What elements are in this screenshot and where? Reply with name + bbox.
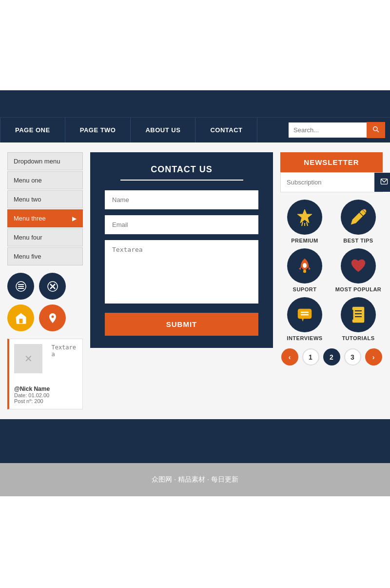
message-textarea[interactable] xyxy=(105,240,258,304)
nav-contact[interactable]: CONTACT xyxy=(195,118,257,142)
sidebar-item-menu-three[interactable]: Menu three ▶ xyxy=(7,209,83,227)
categories-grid: PREMIUM BEST TIPS xyxy=(280,200,383,341)
search-icon xyxy=(372,126,379,133)
navbar: PAGE ONE PAGE TWO ABOUT US CONTACT xyxy=(0,117,390,142)
svg-rect-21 xyxy=(303,270,306,273)
svg-marker-12 xyxy=(297,209,312,223)
newsletter-title: NEWSLETTER xyxy=(280,152,383,172)
sidebar-item-menu-one[interactable]: Menu one xyxy=(7,171,83,189)
contact-form: CONTACT US SUBMIT xyxy=(90,152,273,348)
avatar xyxy=(14,344,42,373)
sidebar-item-menu-two[interactable]: Menu two xyxy=(7,190,83,208)
right-panel: NEWSLETTER xyxy=(280,152,383,409)
subscription-input[interactable] xyxy=(281,174,374,191)
sidebar-item-menu-four[interactable]: Menu four xyxy=(7,228,83,246)
svg-line-13 xyxy=(302,222,303,226)
contact-form-title: CONTACT US xyxy=(105,164,258,175)
svg-rect-9 xyxy=(19,319,22,323)
page-2-button[interactable]: 2 xyxy=(323,348,340,365)
svg-point-10 xyxy=(51,315,54,318)
nav-page-one[interactable]: PAGE ONE xyxy=(0,118,65,142)
category-best-tips[interactable]: BEST TIPS xyxy=(334,200,383,243)
watermark-text: 众图网 · 精品素材 · 每日更新 xyxy=(152,475,238,483)
best-tips-icon-bg xyxy=(341,200,376,235)
arrow-icon: ▶ xyxy=(72,215,77,222)
most-popular-icon-bg xyxy=(341,248,376,284)
comment-date: Date: 01.02.00 xyxy=(14,392,78,398)
top-white-space xyxy=(0,0,390,90)
svg-line-15 xyxy=(307,222,308,226)
comment-post: Post nº: 200 xyxy=(14,398,78,404)
heart-icon xyxy=(349,256,368,276)
watermark-area: 众图网 · 精品素材 · 每日更新 xyxy=(0,463,390,496)
interviews-icon-bg xyxy=(287,297,322,332)
interviews-label: INTERVIEWS xyxy=(287,335,322,341)
comment-textarea[interactable] xyxy=(51,344,78,383)
comment-meta: @Nick Name Date: 01.02.00 Post nº: 200 xyxy=(14,385,78,404)
tutorials-label: TUTORIALS xyxy=(342,335,374,341)
search-button[interactable] xyxy=(367,122,385,138)
subscribe-button[interactable] xyxy=(374,173,390,192)
category-most-popular[interactable]: MOST POPULAR xyxy=(334,248,383,292)
home-icon-button[interactable] xyxy=(7,304,34,331)
sidebar-item-menu-five[interactable]: Menu five xyxy=(7,247,83,265)
form-divider xyxy=(120,180,243,181)
dark-banner xyxy=(0,90,390,117)
tutorials-icon-bg xyxy=(341,297,376,332)
svg-line-1 xyxy=(377,130,379,132)
menu-icon-button[interactable] xyxy=(7,273,34,300)
dropdown-menu-button[interactable]: Dropdown menu xyxy=(7,152,83,170)
page-3-button[interactable]: 3 xyxy=(344,348,361,365)
premium-label: PREMIUM xyxy=(291,238,318,243)
location-icon-button[interactable] xyxy=(39,304,66,331)
home-icon xyxy=(14,311,28,325)
rocket-icon xyxy=(295,256,314,276)
suport-icon-bg xyxy=(287,248,322,284)
chat-icon xyxy=(295,305,314,324)
category-tutorials[interactable]: TUTORIALS xyxy=(334,297,383,341)
nav-about-us[interactable]: ABOUT US xyxy=(131,118,195,142)
submit-button[interactable]: SUBMIT xyxy=(105,313,258,336)
pagination: ‹ 1 2 3 › xyxy=(280,348,383,365)
close-icon-button[interactable] xyxy=(39,273,66,300)
premium-icon-bg xyxy=(287,200,322,235)
next-page-button[interactable]: › xyxy=(365,348,382,365)
main-content: Dropdown menu Menu one Menu two Menu thr… xyxy=(0,142,390,419)
category-suport[interactable]: SUPORT xyxy=(280,248,329,292)
sidebar: Dropdown menu Menu one Menu two Menu thr… xyxy=(7,152,83,409)
bottom-footer xyxy=(0,419,390,463)
search-input[interactable] xyxy=(289,122,367,138)
svg-point-20 xyxy=(303,263,307,268)
svg-marker-25 xyxy=(302,319,304,322)
hamburger-icon xyxy=(15,281,27,292)
location-icon xyxy=(47,312,58,324)
notebook-icon xyxy=(349,305,368,324)
comment-box: @Nick Name Date: 01.02.00 Post nº: 200 xyxy=(7,339,83,409)
category-interviews[interactable]: INTERVIEWS xyxy=(280,297,329,341)
subscription-row xyxy=(280,172,383,192)
pencil-icon xyxy=(349,207,368,227)
prev-page-button[interactable]: ‹ xyxy=(281,348,298,365)
name-input[interactable] xyxy=(105,190,258,209)
svg-point-0 xyxy=(373,127,377,131)
svg-rect-26 xyxy=(352,307,364,323)
comment-username: @Nick Name xyxy=(14,385,78,392)
icon-buttons-row xyxy=(7,273,83,331)
suport-label: SUPORT xyxy=(293,286,317,292)
category-premium[interactable]: PREMIUM xyxy=(280,200,329,243)
nav-page-two[interactable]: PAGE TWO xyxy=(65,118,131,142)
close-icon xyxy=(47,281,58,292)
email-icon xyxy=(380,178,388,185)
center-area: CONTACT US SUBMIT xyxy=(90,152,273,409)
most-popular-label: MOST POPULAR xyxy=(335,286,382,292)
email-input[interactable] xyxy=(105,215,258,234)
best-tips-label: BEST TIPS xyxy=(343,238,373,243)
svg-rect-22 xyxy=(298,309,312,319)
search-bar xyxy=(284,122,390,138)
star-icon xyxy=(295,207,314,227)
page-1-button[interactable]: 1 xyxy=(302,348,319,365)
